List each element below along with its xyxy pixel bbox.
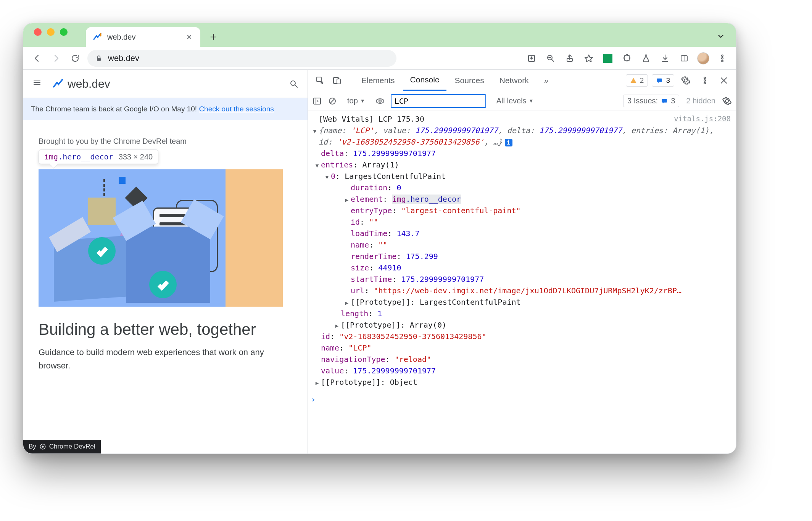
page-pane: web.dev The Chrome team is back at Googl… (23, 70, 308, 453)
svg-line-3 (552, 59, 554, 61)
share-icon[interactable] (563, 51, 577, 65)
menu-icon[interactable] (32, 78, 45, 90)
inspect-selector: img.hero__decor (44, 152, 113, 161)
reload-button[interactable] (68, 51, 82, 65)
forward-button[interactable] (49, 51, 63, 65)
tabs-menu-icon[interactable] (716, 32, 725, 41)
tab-sources[interactable]: Sources (448, 70, 491, 91)
devrel-badge[interactable]: By Chrome DevRel (23, 440, 101, 453)
toolbar: web.dev (23, 47, 736, 70)
search-button[interactable] (289, 79, 298, 88)
svg-rect-8 (681, 56, 687, 61)
back-button[interactable] (30, 51, 44, 65)
context-selector[interactable]: top ▼ (343, 95, 369, 107)
browser-window: web.dev × + web.dev (23, 23, 736, 454)
device-toolbar-icon[interactable] (329, 73, 345, 88)
svg-point-26 (704, 82, 706, 84)
devtools-menu-icon[interactable] (697, 73, 712, 88)
tab-close-icon[interactable]: × (185, 32, 193, 42)
svg-point-24 (704, 77, 706, 79)
tab-strip: web.dev × + (23, 23, 736, 47)
banner-text: The Chrome team is back at Google I/O on… (31, 105, 199, 113)
svg-rect-23 (657, 78, 662, 82)
url-text: web.dev (108, 53, 139, 63)
tab-elements[interactable]: Elements (354, 70, 402, 91)
experiments-flask-icon[interactable] (639, 51, 653, 65)
hero-image (39, 169, 283, 307)
devtools-close-icon[interactable] (716, 73, 731, 88)
log-line: [Web Vitals] LCP 175.30 (319, 113, 424, 125)
tabs-overflow-icon[interactable]: » (537, 70, 556, 91)
tab-title: web.dev (107, 33, 136, 42)
console-filter-input[interactable] (391, 94, 486, 108)
address-bar[interactable]: web.dev (87, 50, 396, 67)
element-inspect-tooltip: img.hero__decor 333 × 240 (39, 150, 158, 164)
extension-square-icon[interactable] (601, 51, 615, 65)
svg-point-10 (722, 55, 723, 56)
live-expression-icon[interactable] (375, 96, 385, 106)
svg-marker-6 (585, 55, 593, 62)
svg-rect-29 (314, 98, 321, 104)
console-toolbar: top ▼ All levels ▼ 3 Issues: 3 2 hidden (308, 91, 736, 111)
announcement-banner: The Chrome team is back at Google I/O on… (23, 98, 308, 120)
log-levels-selector[interactable]: All levels ▼ (492, 95, 538, 107)
traffic-minimize[interactable] (47, 28, 55, 36)
content-split: web.dev The Chrome team is back at Googl… (23, 70, 736, 453)
inspect-dimensions: 333 × 240 (119, 153, 153, 161)
svg-rect-36 (662, 99, 667, 102)
chrome-icon (39, 443, 46, 450)
clear-console-icon[interactable] (328, 96, 337, 106)
webdev-logo-icon (52, 78, 64, 90)
svg-point-25 (704, 80, 706, 81)
bookmark-star-icon[interactable] (582, 51, 596, 65)
browser-tab[interactable]: web.dev × (86, 27, 200, 47)
devtools-pane: Elements Console Sources Network » 2 3 t… (308, 70, 736, 453)
svg-point-11 (722, 58, 723, 59)
traffic-maximize[interactable] (60, 28, 68, 36)
site-logo[interactable]: web.dev (52, 77, 110, 90)
devtools-tabbar: Elements Console Sources Network » 2 3 (308, 70, 736, 91)
devtools-settings-icon[interactable] (678, 73, 693, 88)
svg-point-12 (722, 60, 723, 62)
object-summary[interactable]: {name: 'LCP', value: 175.29999999701977,… (319, 125, 731, 148)
install-app-icon[interactable] (525, 51, 538, 65)
hero-subtitle: Brought to you by the Chrome DevRel team (39, 137, 292, 146)
console-settings-icon[interactable] (722, 96, 731, 106)
page-lead: Guidance to build modern web experiences… (39, 346, 292, 372)
element-reference[interactable]: img.hero__decor (392, 195, 461, 204)
console-sidebar-toggle-icon[interactable] (313, 96, 322, 106)
info-icon[interactable]: i (505, 139, 512, 146)
new-tab-button[interactable]: + (205, 29, 222, 45)
downloads-icon[interactable] (658, 51, 672, 65)
messages-badge[interactable]: 3 (652, 74, 674, 87)
svg-point-33 (376, 99, 384, 103)
page-heading: Building a better web, together (39, 320, 292, 339)
side-panel-icon[interactable] (677, 51, 691, 65)
lock-icon (95, 55, 103, 62)
source-link[interactable]: vitals.js:208 (674, 113, 731, 124)
traffic-close[interactable] (34, 28, 42, 36)
tab-favicon (93, 32, 102, 42)
banner-link[interactable]: Check out the sessions (199, 105, 274, 113)
svg-point-34 (379, 100, 381, 102)
extensions-puzzle-icon[interactable] (620, 51, 634, 65)
profile-avatar[interactable] (696, 51, 710, 65)
console-prompt[interactable]: › (311, 391, 731, 405)
inspect-element-icon[interactable] (313, 73, 328, 88)
svg-rect-22 (337, 79, 340, 84)
overflow-menu-icon[interactable] (715, 51, 729, 65)
zoom-out-icon[interactable] (544, 51, 557, 65)
svg-line-32 (330, 99, 334, 103)
hidden-count[interactable]: 2 hidden (686, 96, 715, 105)
tab-network[interactable]: Network (493, 70, 536, 91)
svg-rect-0 (97, 58, 101, 61)
svg-point-19 (42, 445, 44, 447)
issues-badge[interactable]: 3 Issues: 3 (623, 95, 679, 107)
filter-text[interactable] (395, 96, 492, 106)
svg-point-16 (291, 81, 295, 85)
console-output[interactable]: vitals.js:208 [Web Vitals] LCP 175.30 {n… (308, 111, 736, 453)
site-header: web.dev (23, 70, 308, 98)
tab-console[interactable]: Console (403, 70, 446, 91)
warnings-badge[interactable]: 2 (626, 74, 648, 87)
svg-line-17 (295, 85, 297, 87)
